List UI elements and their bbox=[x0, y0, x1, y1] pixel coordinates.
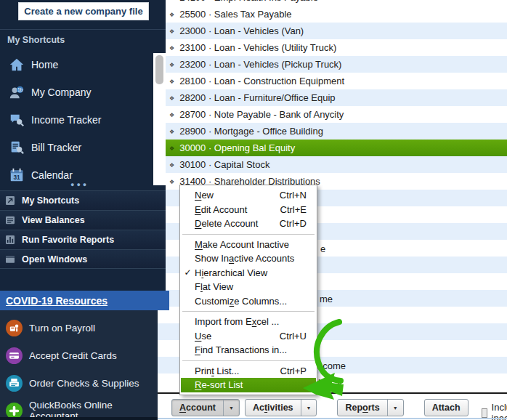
menu-item-customize-columns[interactable]: Customize Columns... bbox=[181, 294, 316, 309]
diamond-icon: ❖ bbox=[169, 145, 174, 152]
chevron-down-icon[interactable]: ▼ bbox=[223, 400, 239, 416]
account-row[interactable]: ❖28900 · Mortgage - Office Building bbox=[153, 123, 507, 140]
order-checks-icon bbox=[6, 375, 23, 392]
menu-separator bbox=[182, 234, 315, 235]
menu-item-edit-account[interactable]: Edit AccountCtrl+E bbox=[181, 203, 316, 217]
chevron-down-icon[interactable]: ▼ bbox=[301, 400, 317, 416]
promo-item-order-checks-supplies[interactable]: Order Checks & Supplies bbox=[0, 369, 158, 397]
sidebar-scrollbar[interactable] bbox=[153, 53, 166, 185]
sidebar-item-label: Home bbox=[31, 59, 58, 70]
menu-item-new[interactable]: NewCtrl+N bbox=[181, 188, 316, 203]
menu-item-delete-account[interactable]: Delete AccountCtrl+D bbox=[181, 217, 316, 231]
promo-item-accept-credit-cards[interactable]: Accept Credit Cards bbox=[0, 342, 158, 369]
account-row-label: 25500 · Sales Tax Payable bbox=[179, 9, 291, 20]
account-row[interactable]: ❖28100 · Loan - Construction Equipment bbox=[153, 73, 507, 89]
account-row-selected[interactable]: ❖30000 · Opening Bal Equity bbox=[153, 140, 507, 156]
menu-item-label: Edit Account bbox=[195, 204, 273, 215]
shortcuts-header: My Shortcuts bbox=[7, 35, 65, 45]
account-row-fragment[interactable]: e bbox=[320, 243, 325, 255]
account-row[interactable]: ❖25500 · Sales Tax Payable bbox=[153, 6, 507, 23]
toolbar-button-label: Attach bbox=[425, 403, 468, 413]
activities-button[interactable]: Activities▼ bbox=[245, 399, 317, 416]
account-row-fragment[interactable]: y bbox=[337, 376, 342, 389]
attach-button[interactable]: Attach bbox=[424, 399, 469, 416]
open-windows-icon bbox=[4, 254, 16, 265]
sidebar-promo-panel: Turn on PayrollAccept Credit CardsOrder … bbox=[0, 310, 158, 420]
toolbar-button-label: Account bbox=[172, 403, 223, 413]
account-row[interactable]: ❖28700 · Note Payable - Bank of Anycity bbox=[153, 106, 507, 123]
account-row-fragment[interactable]: me bbox=[320, 293, 333, 305]
sidebar-section-label: View Balances bbox=[22, 215, 85, 225]
promo-item-label: Accept Credit Cards bbox=[29, 350, 117, 361]
menu-item-label: Find Transactions in... bbox=[195, 344, 307, 355]
menu-item-flat-view[interactable]: Flat View bbox=[181, 280, 316, 294]
chevron-down-icon[interactable]: ▼ bbox=[387, 400, 403, 416]
diamond-icon: ❖ bbox=[169, 112, 174, 118]
account-row[interactable]: ❖24100 · Emp. Health Ins Payable bbox=[153, 0, 507, 6]
sidebar-section-label: Run Favorite Reports bbox=[22, 235, 114, 245]
menu-item-shortcut: Ctrl+P bbox=[280, 366, 307, 376]
account-button[interactable]: Account▼ bbox=[171, 399, 240, 416]
svg-text:31: 31 bbox=[13, 174, 20, 181]
promo-item-turn-on-payroll[interactable]: Turn on Payroll bbox=[0, 314, 158, 342]
sidebar-item-label: Bill Tracker bbox=[31, 142, 81, 153]
include-inactive-checkbox[interactable] bbox=[482, 408, 487, 418]
menu-item-make-account-inactive[interactable]: Make Account Inactive bbox=[181, 238, 316, 252]
sidebar-item-label: My Company bbox=[31, 86, 91, 98]
sidebar-item-home[interactable]: Home bbox=[0, 51, 151, 78]
account-row-label: 28900 · Mortgage - Office Building bbox=[179, 126, 323, 137]
diamond-icon: ❖ bbox=[169, 45, 174, 52]
menu-item-label: Make Account Inactive bbox=[195, 239, 307, 250]
quickbooks-chart-of-accounts-window: ❖24100 · Emp. Health Ins Payable❖25500 ·… bbox=[0, 0, 507, 420]
my-company-icon: 1b bbox=[9, 84, 25, 100]
account-row-fragment[interactable]: li bbox=[318, 376, 323, 389]
account-row-label: 28100 · Loan - Construction Equipment bbox=[179, 76, 344, 86]
menu-item-label: Import from Excel ... bbox=[195, 316, 307, 327]
account-row-label: 23100 · Loan - Vehicles (Utility Truck) bbox=[179, 42, 336, 53]
account-row[interactable]: ❖30100 · Capital Stock bbox=[153, 156, 507, 173]
account-row-fragment[interactable]: ncome bbox=[317, 360, 346, 372]
promo-item-label: QuickBooks Online Accountant bbox=[29, 400, 158, 420]
account-row[interactable]: ❖23000 · Loan - Vehicles (Van) bbox=[153, 23, 507, 39]
account-row-label: 23200 · Loan - Vehicles (Pickup Truck) bbox=[179, 59, 341, 70]
menu-item-find-transactions-in[interactable]: Find Transactions in... bbox=[181, 343, 316, 358]
menu-item-print-list[interactable]: Print List...Ctrl+P bbox=[181, 364, 316, 379]
home-icon bbox=[9, 57, 25, 73]
sidebar-section-my-shortcuts[interactable]: My Shortcuts bbox=[0, 190, 166, 210]
covid-resources-link[interactable]: COVID-19 Resources bbox=[6, 295, 108, 307]
account-row[interactable]: ❖23200 · Loan - Vehicles (Pickup Truck) bbox=[153, 56, 507, 73]
sidebar-item-bill-tracker[interactable]: Bill Tracker bbox=[0, 134, 151, 161]
menu-item-show-inactive-accounts[interactable]: Show Inactive Accounts bbox=[181, 251, 316, 266]
my-shortcuts-icon bbox=[4, 195, 16, 206]
sidebar-section-label: Open Windows bbox=[22, 254, 87, 264]
account-row-label: 30000 · Opening Bal Equity bbox=[179, 142, 295, 153]
toolbar-button-label: Activities bbox=[246, 403, 301, 413]
scrollbar-thumb[interactable] bbox=[155, 55, 163, 84]
sidebar-item-income-tracker[interactable]: Income Tracker bbox=[0, 106, 151, 134]
promo-list: Turn on PayrollAccept Credit CardsOrder … bbox=[0, 314, 158, 420]
menu-item-import-from-excel[interactable]: Import from Excel ... bbox=[181, 315, 316, 329]
menu-item-re-sort-list[interactable]: Re-sort List bbox=[181, 378, 316, 392]
menu-item-shortcut: Ctrl+U bbox=[280, 331, 307, 342]
sidebar-item-my-company[interactable]: 1bMy Company bbox=[0, 78, 151, 106]
reports-button[interactable]: Reports▼ bbox=[337, 399, 403, 416]
window-bottom-accent-line bbox=[153, 418, 507, 419]
calendar-icon: 31 bbox=[9, 167, 25, 183]
panel-resize-handle-icon[interactable]: ●●● bbox=[70, 181, 89, 188]
toolbar-buttons: Account▼Activities▼Reports▼Attach bbox=[171, 399, 469, 416]
menu-item-hierarchical-view[interactable]: ✓Hierarchical View bbox=[181, 266, 316, 280]
qb-online-accountant-icon bbox=[6, 403, 23, 419]
income-tracker-icon bbox=[9, 112, 25, 128]
sidebar-section-run-favorite-reports[interactable]: Run Favorite Reports bbox=[0, 230, 166, 249]
sidebar-section-open-windows[interactable]: Open Windows bbox=[0, 249, 166, 269]
diamond-icon: ❖ bbox=[169, 179, 174, 185]
menu-item-use[interactable]: UseCtrl+U bbox=[181, 329, 316, 344]
create-company-file-button[interactable]: Create a new company file bbox=[18, 2, 149, 20]
promo-item-quickbooks-online-accountant[interactable]: QuickBooks Online Accountant bbox=[0, 397, 158, 420]
account-row[interactable]: ❖28200 · Loan - Furniture/Office Equip bbox=[153, 89, 507, 106]
sidebar-section-list: My ShortcutsView BalancesRun Favorite Re… bbox=[0, 190, 166, 269]
account-row[interactable]: ❖23100 · Loan - Vehicles (Utility Truck) bbox=[153, 39, 507, 56]
sidebar-section-view-balances[interactable]: View Balances bbox=[0, 210, 166, 230]
diamond-icon: ❖ bbox=[169, 62, 174, 68]
toolbar-button-label: Reports bbox=[338, 403, 386, 413]
